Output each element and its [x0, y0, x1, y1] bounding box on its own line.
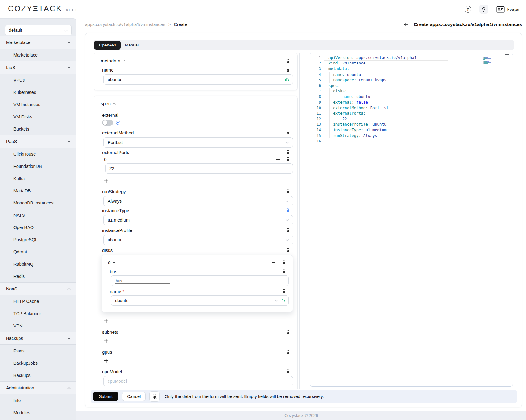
- externalMethod-select[interactable]: PortList: [103, 137, 293, 148]
- sidebar-item-info[interactable]: Info: [0, 394, 76, 407]
- metadata-section-header[interactable]: metadata: [94, 57, 297, 64]
- yaml-line: 4 name: ubuntu: [310, 72, 513, 77]
- unlock-icon[interactable]: [286, 59, 290, 63]
- sidebar-item-vpn[interactable]: VPN: [0, 320, 76, 332]
- unlock-icon[interactable]: [286, 131, 290, 135]
- user-menu[interactable]: kvaps: [496, 6, 519, 13]
- sidebar-item-nats[interactable]: NATS: [0, 209, 76, 221]
- form-scrollbar[interactable]: [299, 53, 300, 389]
- plus-icon: [104, 179, 109, 183]
- yaml-line: 11 externalPorts:: [310, 111, 513, 116]
- instanceType-select[interactable]: u1.medium: [103, 215, 293, 225]
- instanceProfile-select[interactable]: ubuntu: [103, 235, 293, 245]
- back-arrow-icon[interactable]: [403, 22, 409, 27]
- sidebar-item-kafka[interactable]: Kafka: [0, 172, 76, 185]
- spec-section-header[interactable]: spec: [94, 100, 297, 107]
- sidebar-item-plans[interactable]: Plans: [0, 345, 76, 357]
- sidebar-item-http-cache[interactable]: HTTP Cache: [0, 295, 76, 308]
- sidebar-item-marketplace[interactable]: Marketplace: [0, 49, 76, 61]
- bus-field: [111, 275, 289, 286]
- line-number: 4: [310, 72, 321, 77]
- help-icon[interactable]: ?: [465, 6, 471, 13]
- sidebar-section-marketplace[interactable]: Marketplace: [0, 36, 76, 49]
- sidebar-section-iaas[interactable]: IaaS: [0, 61, 76, 74]
- yaml-line: 13 instanceProfile: ubuntu: [310, 122, 513, 127]
- sidebar-item-rabbitmq[interactable]: RabbitMQ: [0, 258, 76, 270]
- sidebar-item-redis[interactable]: Redis: [0, 270, 76, 282]
- unlock-icon[interactable]: [286, 68, 290, 72]
- toggle-knob: [103, 120, 107, 125]
- editor-minimap[interactable]: [483, 55, 495, 68]
- lock-icon[interactable]: [286, 208, 290, 212]
- sidebar-section-paas[interactable]: PaaS: [0, 135, 76, 148]
- bus-input[interactable]: [115, 278, 170, 284]
- cpuModel-input[interactable]: [108, 379, 289, 384]
- sidebar-item-backupjobs[interactable]: BackupJobs: [0, 357, 76, 369]
- sidebar-item-clickhouse[interactable]: ClickHouse: [0, 148, 76, 160]
- unlock-icon[interactable]: [286, 228, 290, 232]
- yaml-editor[interactable]: 1apiVersion: apps.cozystack.io/v1alpha12…: [310, 53, 513, 387]
- sidebar-item-buckets[interactable]: Buckets: [0, 123, 76, 135]
- tab-manual[interactable]: Manual: [125, 43, 139, 47]
- select-value: ubuntu: [115, 298, 128, 303]
- theme-toggle-button[interactable]: [479, 5, 488, 14]
- external-toggle[interactable]: [102, 120, 113, 126]
- sidebar-section-label: Marketplace: [6, 40, 30, 45]
- tenant-select[interactable]: default: [5, 25, 72, 35]
- disk-name-select[interactable]: ubuntu: [111, 295, 289, 306]
- unlock-icon[interactable]: [286, 369, 290, 374]
- indent-guide: [329, 88, 330, 138]
- subnets-label-row: subnets: [94, 329, 297, 335]
- externalPorts-item-0-input[interactable]: [109, 166, 289, 171]
- disks-item-0-header[interactable]: 0: [102, 260, 293, 266]
- unlock-icon[interactable]: [286, 248, 290, 252]
- field-label: gpus: [102, 349, 112, 355]
- unlock-icon[interactable]: [286, 189, 290, 193]
- reset-default-icon[interactable]: [116, 121, 120, 125]
- sidebar-section-naas[interactable]: NaaS: [0, 282, 76, 295]
- sidebar-item-vm-instances[interactable]: VM Instances: [0, 98, 76, 111]
- field-label: instanceType: [102, 208, 129, 213]
- yaml-line: 2kind: VMInstance: [310, 61, 513, 66]
- cancel-button[interactable]: Cancel: [122, 392, 146, 401]
- remove-item-icon[interactable]: [271, 260, 276, 265]
- runStrategy-select[interactable]: Always: [103, 196, 293, 206]
- gpus-add-button[interactable]: [104, 357, 297, 364]
- unlock-icon[interactable]: [282, 269, 286, 274]
- line-number: 14: [310, 127, 321, 133]
- unlock-icon[interactable]: [282, 260, 286, 265]
- sidebar-section-administration[interactable]: Administration: [0, 381, 76, 394]
- breadcrumb-path[interactable]: apps.cozystack.io/v1alpha1/vminstances: [85, 22, 165, 27]
- sidebar-item-vm-disks[interactable]: VM Disks: [0, 111, 76, 123]
- externalPorts-add-button[interactable]: [104, 177, 297, 184]
- unlock-icon[interactable]: [286, 157, 290, 161]
- unlock-icon[interactable]: [286, 330, 290, 334]
- unlock-icon[interactable]: [286, 150, 290, 154]
- sidebar-item-modules[interactable]: Modules: [0, 407, 76, 419]
- externalMethod-label-row: externalMethod: [94, 130, 297, 136]
- remove-item-icon[interactable]: [276, 157, 280, 161]
- sidebar-item-mongodb-instances[interactable]: MongoDB Instances: [0, 197, 76, 209]
- subnets-add-button[interactable]: [104, 337, 297, 344]
- unlock-icon[interactable]: [286, 350, 290, 354]
- disks-add-button[interactable]: [104, 317, 297, 324]
- unlock-icon[interactable]: [282, 289, 286, 293]
- submit-button[interactable]: Submit: [93, 392, 118, 401]
- metadata-name-input[interactable]: [108, 77, 289, 82]
- sidebar-item-backups[interactable]: Backups: [0, 369, 76, 381]
- sidebar-item-postgresql[interactable]: PostgreSQL: [0, 234, 76, 246]
- externalPorts-item-0-row: 0: [94, 156, 297, 162]
- debug-button[interactable]: [149, 391, 160, 402]
- tab-openapi[interactable]: OpenAPI: [94, 41, 121, 50]
- sidebar-item-mariadb[interactable]: MariaDB: [0, 185, 76, 197]
- editor-minimap-slider[interactable]: [505, 54, 509, 55]
- sidebar-item-qdrant[interactable]: Qdrant: [0, 246, 76, 258]
- sidebar-item-tcp-balancer[interactable]: TCP Balancer: [0, 308, 76, 320]
- sidebar-section-backups[interactable]: Backups: [0, 332, 76, 345]
- sidebar-item-foundationdb[interactable]: FoundationDB: [0, 160, 76, 172]
- line-number: 2: [310, 61, 321, 66]
- yaml-line: 16: [310, 138, 513, 144]
- sidebar-item-kubernetes[interactable]: Kubernetes: [0, 86, 76, 98]
- sidebar-item-vpcs[interactable]: VPCs: [0, 74, 76, 86]
- sidebar-item-openbao[interactable]: OpenBAO: [0, 221, 76, 234]
